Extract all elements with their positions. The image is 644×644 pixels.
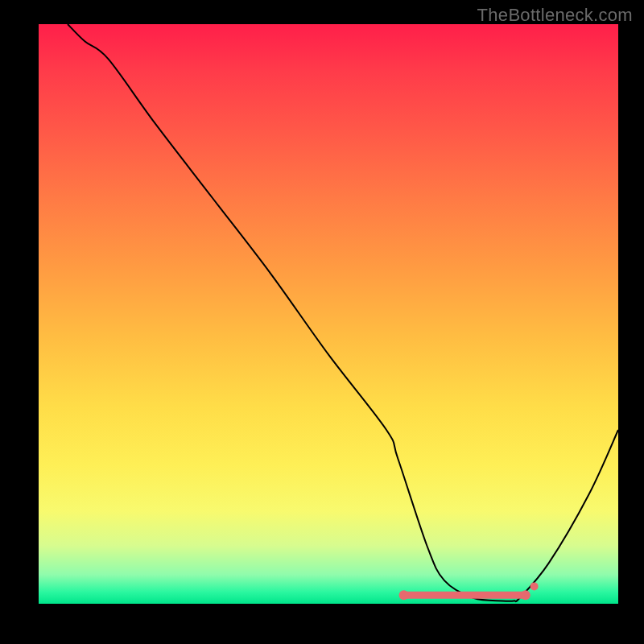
curve-path xyxy=(68,24,618,601)
chart-plot-area xyxy=(39,24,618,604)
watermark-text: TheBottleneck.com xyxy=(477,5,633,26)
trough-band-extra-dot xyxy=(530,582,539,590)
trough-band-end xyxy=(521,590,530,600)
bottleneck-curve xyxy=(39,24,618,604)
trough-band-end xyxy=(399,590,409,600)
